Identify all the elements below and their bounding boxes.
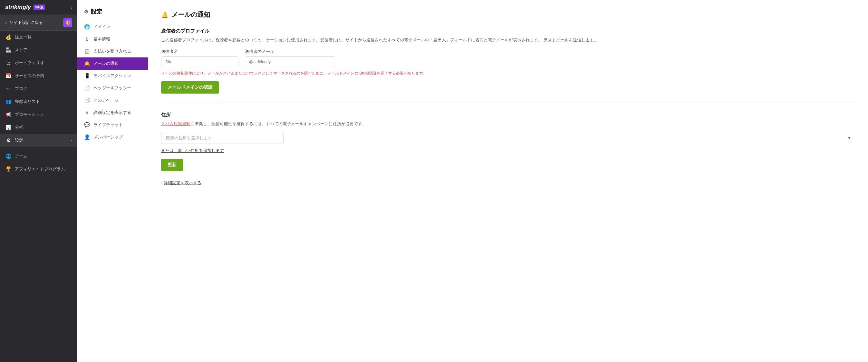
main-content: 🔔 メールの通知 送信者のプロファイル この送信者プロファイルは、視聴者や顧客と… xyxy=(148,0,868,362)
sender-name-label: 送信者名 xyxy=(161,49,239,55)
sender-profile-title: 送信者のプロファイル xyxy=(161,28,855,34)
advanced-link-row: › 詳細設定を表示する xyxy=(161,180,855,186)
sidebar-item-label: 登録者リスト xyxy=(15,99,40,105)
sidebar-divider xyxy=(0,148,77,148)
blog-icon: ✏ xyxy=(5,86,11,92)
sender-profile-desc-text: この送信者プロファイルは、視聴者や顧客とのコミュニケーションに使用されます。受信… xyxy=(161,37,542,42)
multipage-icon: 📑 xyxy=(84,98,90,103)
chevron-down-icon: ∨ xyxy=(84,110,90,115)
settings-nav-label: モバイルアクション xyxy=(93,73,131,79)
chevron-right-icon: › xyxy=(161,181,162,186)
settings-nav-email[interactable]: 🔔 メールの通知 xyxy=(77,57,148,70)
email-icon: 🔔 xyxy=(84,61,90,66)
settings-nav-livechat[interactable]: 💬 ライブチャット xyxy=(77,119,148,131)
settings-panel-title: ⚙ 設定 xyxy=(77,0,148,21)
page-title: 🔔 メールの通知 xyxy=(161,10,855,19)
team-icon: 🌐 xyxy=(5,153,11,159)
sidebar-item-label: チーム xyxy=(15,153,27,159)
sidebar-item-blog[interactable]: ✏ ブログ xyxy=(0,82,77,95)
sender-name-group: 送信者名 xyxy=(161,49,239,67)
update-button[interactable]: 更新 xyxy=(161,159,183,171)
sidebar-item-label: ブログ xyxy=(15,86,27,92)
settings-title-label: 設定 xyxy=(91,8,102,16)
sidebar-item-label: 分析 xyxy=(15,124,23,130)
settings-nav-label: マルチページ xyxy=(93,98,119,103)
sidebar-header: strikingly VIP版 ‹ xyxy=(0,0,77,15)
advanced-settings-link[interactable]: › 詳細設定を表示する xyxy=(161,180,855,186)
address-warning: スパム対策規制に準拠し、配信可能性を確保するには、すべての電子メールキャンペーン… xyxy=(161,121,855,127)
settings-nav-label: 基本情報 xyxy=(93,36,110,42)
settings-nav-multipage[interactable]: 📑 マルチページ xyxy=(77,94,148,107)
membership-icon: 👤 xyxy=(84,134,90,140)
settings-nav-label: 支払いを受け入れる xyxy=(93,48,131,54)
sender-name-input[interactable] xyxy=(161,56,239,67)
sender-profile-section: 送信者のプロファイル この送信者プロファイルは、視聴者や顧客とのコミュニケーショ… xyxy=(161,28,855,93)
sender-email-group: 送信者のメール xyxy=(245,49,335,67)
sidebar-item-label: サービスの予約 xyxy=(15,73,44,79)
settings-nav-label: メールの通知 xyxy=(93,61,119,66)
sidebar-item-promotions[interactable]: 📢 プロモーション xyxy=(0,108,77,121)
settings-nav-label: メンバーシップ xyxy=(93,134,123,140)
page-title-icon: 🔔 xyxy=(161,11,168,19)
settings-nav-advanced[interactable]: ∨ 詳細設定を表示する xyxy=(77,107,148,119)
settings-nav-membership[interactable]: 👤 メンバーシップ xyxy=(77,131,148,143)
back-button-label: サイト設計に戻る xyxy=(9,20,43,26)
sidebar-item-affiliate[interactable]: 🏆 アフィリエイトプログラム xyxy=(0,163,77,175)
sender-email-label: 送信者のメール xyxy=(245,49,335,55)
sidebar-item-subscribers[interactable]: 👥 登録者リスト xyxy=(0,95,77,108)
sender-email-input[interactable] xyxy=(245,56,335,67)
sidebar-item-orders[interactable]: 💰 注文一覧 xyxy=(0,31,77,44)
sidebar-item-portfolio[interactable]: 🗂 ポートフォリオ xyxy=(0,56,77,69)
sender-form-row: 送信者名 送信者のメール xyxy=(161,49,855,67)
add-address-link[interactable]: または、新しい住所を追加します xyxy=(161,148,855,154)
sidebar-toggle-icon[interactable]: ‹ xyxy=(70,4,72,10)
settings-nav-label: ライブチャット xyxy=(93,122,123,128)
spam-regulation-link[interactable]: スパム対策規制 xyxy=(161,121,190,126)
settings-nav-basic[interactable]: ℹ 基本情報 xyxy=(77,33,148,45)
sidebar: strikingly VIP版 ‹ ‹ サイト設計に戻る 🎨 💰 注文一覧 🏪 … xyxy=(0,0,77,362)
sidebar-item-label: 設定 xyxy=(15,137,23,143)
settings-nav-payment[interactable]: 📋 支払いを受け入れる xyxy=(77,45,148,57)
subscribers-icon: 👥 xyxy=(5,99,11,105)
settings-icon: ⚙ xyxy=(5,137,11,143)
back-button[interactable]: ‹ サイト設計に戻る 🎨 xyxy=(0,15,77,31)
auth-button[interactable]: メールドメインの認証 xyxy=(161,81,219,93)
select-chevron-icon: ▼ xyxy=(847,136,851,140)
portfolio-icon: 🗂 xyxy=(5,60,11,66)
address-section: 住所 スパム対策規制に準拠し、配信可能性を確保するには、すべての電子メールキャン… xyxy=(161,112,855,171)
sidebar-item-label: ポートフォリオ xyxy=(15,60,44,66)
promotions-icon: 📢 xyxy=(5,112,11,117)
sidebar-item-label: プロモーション xyxy=(15,112,44,117)
sidebar-item-label: アフィリエイトプログラム xyxy=(15,166,65,172)
sidebar-item-analytics[interactable]: 📊 分析 xyxy=(0,121,77,134)
sidebar-item-label: ストア xyxy=(15,47,27,53)
logo-text: strikingly xyxy=(5,4,31,11)
settings-nav-domain[interactable]: 🌐 ドメイン xyxy=(77,21,148,33)
address-select[interactable]: 既存の住所を選択します xyxy=(161,132,283,144)
orders-icon: 💰 xyxy=(5,34,11,40)
settings-nav-label: 詳細設定を表示する xyxy=(93,110,131,115)
address-warning-text: に準拠し、配信可能性を確保するには、すべての電子メールキャンペーンに住所が必要で… xyxy=(190,121,366,126)
logo-area: strikingly VIP版 xyxy=(5,4,45,11)
sidebar-item-services[interactable]: 📅 サービスの予約 xyxy=(0,69,77,82)
mobile-icon: 📱 xyxy=(84,73,90,79)
test-mail-link[interactable]: テストメールを送信します。 xyxy=(544,37,598,42)
settings-nav-label: ドメイン xyxy=(93,24,110,30)
settings-nav-header-footer[interactable]: 📄 ヘッダー＆フッター xyxy=(77,82,148,94)
analytics-icon: 📊 xyxy=(5,124,11,130)
address-select-wrapper: 既存の住所を選択します ▼ xyxy=(161,132,855,144)
page-title-text: メールの通知 xyxy=(172,10,210,19)
services-icon: 📅 xyxy=(5,73,11,79)
affiliate-icon: 🏆 xyxy=(5,166,11,172)
chevron-left-icon: ‹ xyxy=(5,20,7,25)
sidebar-item-team[interactable]: 🌐 チーム xyxy=(0,150,77,163)
vip-badge: VIP版 xyxy=(33,4,45,10)
sidebar-item-settings[interactable]: ⚙ 設定 › xyxy=(0,134,77,147)
address-section-title: 住所 xyxy=(161,112,855,118)
settings-nav-mobile[interactable]: 📱 モバイルアクション xyxy=(77,70,148,82)
dkim-warning: メールの規制要件により、メールがスパムまたはバウンスとしてマークされるのを防ぐた… xyxy=(161,70,855,76)
settings-expand-icon: › xyxy=(71,138,72,142)
sidebar-item-label: 注文一覧 xyxy=(15,34,32,40)
advanced-settings-label: 詳細設定を表示する xyxy=(164,180,202,186)
sidebar-item-store[interactable]: 🏪 ストア xyxy=(0,44,77,56)
